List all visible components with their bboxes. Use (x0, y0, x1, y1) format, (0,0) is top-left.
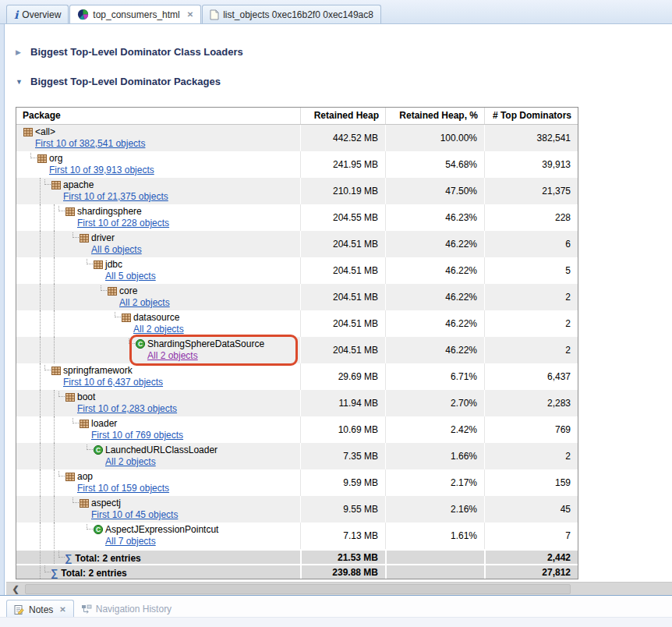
tree-guide (40, 231, 41, 257)
tree-elbow (44, 365, 51, 370)
tab-top-consumers-html[interactable]: top_consumers_html✕ (69, 5, 201, 23)
package-row-datasource[interactable]: datasourceAll 2 objects204.51 MB46.22%2 (16, 310, 578, 337)
package-row-driver[interactable]: driverAll 6 objects204.51 MB46.22%6 (16, 231, 578, 257)
object-link[interactable]: First 10 of 228 objects (77, 218, 169, 228)
object-link[interactable]: All 2 objects (147, 350, 198, 361)
object-link[interactable]: All 6 objects (91, 244, 142, 255)
package-name-line: aspectj (79, 497, 121, 509)
object-link[interactable]: All 2 objects (105, 456, 156, 467)
column-header-retained-heap[interactable]: Retained Heap, % (385, 108, 484, 124)
object-link[interactable]: First 10 of 45 objects (91, 509, 178, 520)
package-icon (93, 259, 104, 270)
tab-overview[interactable]: iOverview (6, 5, 69, 23)
object-link[interactable]: All 2 objects (133, 324, 184, 335)
scroll-left-button[interactable]: ❮ (9, 583, 22, 595)
package-row-loader[interactable]: loaderFirst 10 of 769 objects10.69 MB2.4… (16, 416, 578, 443)
package-row-jdbc[interactable]: jdbcAll 5 objects204.51 MB46.22%5 (16, 257, 578, 284)
retained-heap-pct-cell: 46.22% (385, 310, 484, 337)
tree-elbow (87, 259, 93, 264)
horizontal-scrollbar[interactable]: ❮ (6, 582, 672, 595)
section-dominator-class-loaders[interactable]: ▶ Biggest Top-Level Dominator Class Load… (16, 46, 243, 58)
retained-heap-pct-cell: 2.16% (385, 496, 484, 522)
section-title-class-loaders: Biggest Top-Level Dominator Class Loader… (30, 46, 243, 58)
retained-heap-cell: 9.55 MB (300, 496, 385, 522)
close-icon[interactable]: ✕ (187, 10, 193, 19)
tree-elbow (73, 498, 79, 503)
package-row-apache[interactable]: apacheFirst 10 of 21,375 objects210.19 M… (16, 178, 578, 204)
package-name: shardingsphere (77, 206, 142, 217)
object-link[interactable]: All 2 objects (119, 297, 170, 308)
object-link[interactable]: First 10 of 769 objects (91, 430, 183, 441)
object-link[interactable]: First 10 of 2,283 objects (77, 403, 177, 414)
retained-heap-cell: 29.69 MB (300, 363, 385, 390)
retained-heap-cell: 204.51 MB (300, 284, 385, 310)
top-dominators-cell: 2 (484, 443, 578, 469)
tree-elbow (58, 551, 65, 558)
package-row-aop[interactable]: aopFirst 10 of 159 objects9.59 MB2.17%15… (16, 469, 578, 496)
svg-text:C: C (138, 340, 143, 348)
view-tab-navigation-history[interactable]: Navigation History (74, 600, 179, 618)
column-header-top-dominators[interactable]: # Top Dominators (484, 108, 578, 124)
tab-list-objects-0xec16b2f0-0xec149ac8[interactable]: list_objects 0xec16b2f0 0xec149ac8 (202, 5, 381, 23)
package-row-core[interactable]: coreAll 2 objects204.51 MB46.22%2 (16, 284, 578, 310)
tree-guide (54, 496, 55, 522)
package-row-aspectjexpressionpointcut[interactable]: CAspectJExpressionPointcutAll 7 objects7… (16, 522, 578, 549)
tree-guide (40, 443, 41, 469)
package-cell: loaderFirst 10 of 769 objects (16, 416, 300, 443)
package-icon (79, 418, 90, 429)
column-header-retained-heap[interactable]: Retained Heap (300, 108, 385, 124)
object-link[interactable]: First 10 of 382,541 objects (35, 138, 145, 149)
object-link[interactable]: First 10 of 6,437 objects (63, 377, 163, 388)
object-link[interactable]: First 10 of 39,913 objects (49, 165, 154, 175)
object-link[interactable]: All 7 objects (105, 536, 156, 547)
package-row-org[interactable]: orgFirst 10 of 39,913 objects241.95 MB54… (16, 151, 578, 178)
retained-heap-cell: 7.35 MB (300, 443, 385, 469)
tree-guide (40, 496, 41, 522)
total-retained-heap-cell: 21.53 MB (300, 551, 385, 564)
package-name: core (119, 285, 137, 296)
total-row: ∑Total: 2 entries21.53 MB2,442 (16, 549, 578, 564)
retained-heap-pct-cell: 2.70% (385, 390, 484, 416)
section-dominator-packages[interactable]: ▼ Biggest Top-Level Dominator Packages (16, 76, 221, 87)
editor-tab-bar: iOverviewtop_consumers_html✕list_objects… (6, 5, 382, 23)
column-header-package[interactable]: Package (16, 108, 300, 124)
package-name: driver (91, 232, 115, 243)
package-cell: CShardingSphereDataSourceAll 2 objects (16, 337, 300, 363)
package-row-shardingsphere[interactable]: shardingsphereFirst 10 of 228 objects204… (16, 204, 578, 231)
package-cell: coreAll 2 objects (16, 284, 300, 310)
package-row-springframework[interactable]: springframeworkFirst 10 of 6,437 objects… (16, 363, 578, 390)
total-line: ∑Total: 2 entries (51, 565, 127, 580)
package-icon (121, 312, 132, 323)
retained-heap-cell: 9.59 MB (300, 469, 385, 496)
object-link[interactable]: First 10 of 159 objects (77, 483, 169, 494)
package-cell: driverAll 6 objects (16, 231, 300, 257)
scrollbar-thumb[interactable] (25, 584, 571, 594)
package-cell: bootFirst 10 of 2,283 objects (16, 390, 300, 416)
package-row-shardingspheredatasource[interactable]: CShardingSphereDataSourceAll 2 objects20… (16, 337, 578, 363)
package-row-aspectj[interactable]: aspectjFirst 10 of 45 objects9.55 MB2.16… (16, 496, 578, 522)
tree-guide (40, 310, 41, 337)
package-row-boot[interactable]: bootFirst 10 of 2,283 objects11.94 MB2.7… (16, 390, 578, 416)
package-name: springframework (63, 365, 133, 376)
total-label: Total: 2 entries (61, 568, 126, 579)
package-name-line: CLaunchedURLClassLoader (93, 444, 218, 456)
object-link[interactable]: First 10 of 21,375 objects (63, 191, 168, 202)
pie-chart-icon (77, 9, 89, 20)
package-cell: orgFirst 10 of 39,913 objects (16, 151, 300, 178)
total-top-dominators-cell: 2,442 (484, 551, 578, 564)
tree-elbow (73, 418, 79, 423)
retained-heap-pct-cell: 46.22% (385, 284, 484, 310)
close-icon[interactable]: ✕ (59, 605, 65, 614)
object-link[interactable]: All 5 objects (105, 271, 156, 282)
package-name: <all> (35, 126, 55, 137)
package-icon (65, 206, 76, 217)
package-row-launchedurlclassloader[interactable]: CLaunchedURLClassLoaderAll 2 objects7.35… (16, 443, 578, 469)
view-tab-notes[interactable]: Notes✕ (6, 600, 74, 618)
retained-heap-pct-cell: 46.22% (385, 231, 484, 257)
tree-elbow (58, 471, 65, 476)
package-cell: datasourceAll 2 objects (16, 310, 300, 337)
package-cell: springframeworkFirst 10 of 6,437 objects (16, 363, 300, 390)
package-row-all[interactable]: <all>First 10 of 382,541 objects442.52 M… (16, 125, 578, 151)
package-name-line: driver (79, 232, 115, 244)
package-icon (65, 471, 76, 482)
